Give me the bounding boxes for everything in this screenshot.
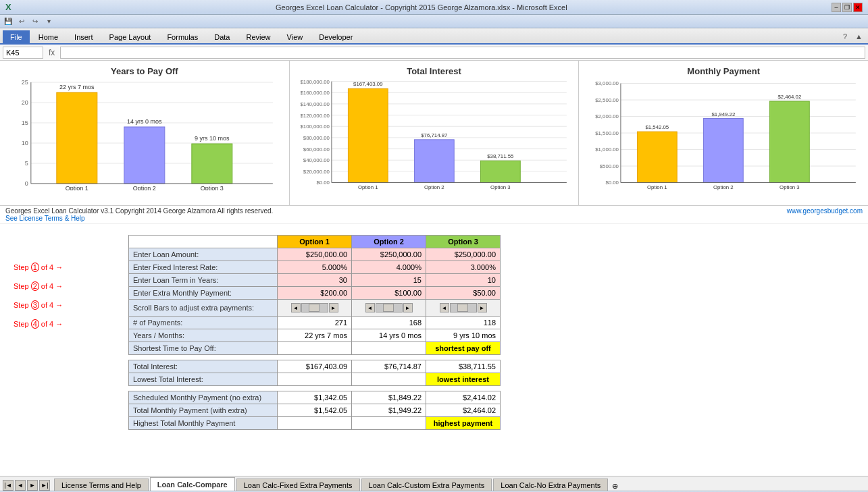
tab-license-terms[interactable]: License Terms and Help [54,479,149,491]
tab-formulas[interactable]: Formulas [159,30,205,43]
svg-rect-71 [704,118,744,182]
tab-data[interactable]: Data [207,30,237,43]
scroll-left-btn-2[interactable]: ◄ [365,303,375,312]
scrollbar-opt1[interactable]: ◄ ► [278,300,352,317]
val-opt2-shortest [352,342,426,355]
input-opt3-loan[interactable]: $250,000.00 [426,248,501,261]
svg-text:5: 5 [25,160,28,167]
sheet-first-btn[interactable]: |◄ [3,480,14,491]
input-opt1-extra[interactable]: $200.00 [278,287,352,300]
copyright-text: Georges Excel Loan Calculator v3.1 Copyr… [5,207,273,215]
input-opt1-loan[interactable]: $250,000.00 [278,248,352,261]
dropdown-qa-btn[interactable]: ▾ [43,16,54,27]
svg-text:$76,714.87: $76,714.87 [421,132,447,138]
chart-total-interest: Total Interest $0.00 $20,000.00 $40,000.… [290,61,580,205]
formula-input[interactable] [60,47,865,59]
svg-text:14 yrs 0 mos: 14 yrs 0 mos [127,118,162,125]
title-buttons[interactable]: – ❐ ✕ [832,3,863,12]
redo-qa-btn[interactable]: ↪ [30,16,41,27]
tab-insert[interactable]: Insert [67,30,101,43]
scrollbar-opt3[interactable]: ◄ ► [426,300,501,317]
svg-text:$1,542.05: $1,542.05 [646,124,669,130]
input-opt3-rate[interactable]: 3.000% [426,261,501,274]
loan-comparison-table: Option 1 Option 2 Option 3 Enter Loan Am… [128,235,501,430]
sheet-next-btn[interactable]: ► [27,480,38,491]
val-opt1-payments: 271 [278,317,352,329]
input-opt1-term[interactable]: 30 [278,274,352,287]
quick-access-toolbar: 💾 ↩ ↪ ▾ [0,15,868,28]
tab-view[interactable]: View [280,30,311,43]
license-link[interactable]: See License Terms & Help [5,215,273,222]
tab-loan-calc-compare[interactable]: Loan Calc-Compare [150,477,235,491]
tab-loan-calc-no-extra[interactable]: Loan Calc-No Extra Payments [493,479,608,491]
tab-review[interactable]: Review [238,30,278,43]
val-opt2-total-pay: $1,949.22 [352,404,426,417]
tab-file[interactable]: File [3,30,30,43]
scroll-track-2[interactable] [376,303,403,312]
sheet-last-btn[interactable]: ►| [39,480,50,491]
val-opt1-total-int: $167,403.09 [278,360,352,373]
tab-home[interactable]: Home [31,30,66,43]
sheet-tabs: |◄ ◄ ► ►| License Terms and Help Loan Ca… [0,476,868,491]
val-opt3-years: 9 yrs 10 mos [426,329,501,342]
cell-reference-input[interactable] [3,47,43,59]
scroll-track-3[interactable] [450,303,477,312]
tab-developer[interactable]: Developer [311,30,360,43]
steps-table-wrapper: Step 1 of 4 → Step 2 of 4 → Step 3 of 4 … [14,235,854,430]
label-loan-term: Enter Loan Term in Years: [129,274,278,287]
save-qa-btn[interactable]: 💾 [3,16,14,27]
scroll-left-btn-3[interactable]: ◄ [440,303,449,312]
val-opt2-sched: $1,849.22 [352,391,426,404]
scroll-right-btn-1[interactable]: ► [329,303,338,312]
svg-text:$1,949.22: $1,949.22 [712,111,736,117]
input-opt3-extra[interactable]: $50.00 [426,287,501,300]
close-btn[interactable]: ✕ [853,3,863,12]
gap-row-2 [129,386,501,391]
step-1-row: Step 1 of 4 → [14,258,115,276]
scrollbar-opt2[interactable]: ◄ ► [352,300,426,317]
col-header-opt1: Option 1 [278,236,352,248]
svg-rect-43 [348,88,388,182]
val-opt1-sched: $1,342.05 [278,391,352,404]
result-scheduled-payment-row: Scheduled Monthly Payment (no extra) $1,… [129,391,501,404]
website-link[interactable]: www.georgesbudget.com [787,207,863,222]
svg-text:$60,000.00: $60,000.00 [303,146,330,153]
ribbon-tabs: File Home Insert Page Layout Formulas Da… [0,28,868,45]
input-opt1-rate[interactable]: 5.000% [278,261,352,274]
scroll-track-1[interactable] [301,303,328,312]
result-total-payment-row: Total Monthly Payment (with extra) $1,54… [129,404,501,417]
help-btn[interactable]: ? [840,32,850,41]
val-opt3-lowest-int: lowest interest [426,373,501,386]
tab-loan-calc-custom[interactable]: Loan Calc-Custom Extra Payments [361,479,492,491]
tab-page-layout[interactable]: Page Layout [102,30,159,43]
ribbon-collapse-btn[interactable]: ▲ [852,32,865,41]
sheet-tab-controls[interactable]: ⊕ [612,482,618,491]
scroll-right-btn-3[interactable]: ► [478,303,487,312]
val-opt3-shortest: shortest pay off [426,342,501,355]
svg-text:Option 3: Option 3 [201,185,224,190]
minimize-btn[interactable]: – [832,3,841,12]
copyright-left: Georges Excel Loan Calculator v3.1 Copyr… [5,207,273,222]
input-row-1: Enter Loan Amount: $250,000.00 $250,000.… [129,248,501,261]
input-opt2-rate[interactable]: 4.000% [352,261,426,274]
result-lowest-interest-row: Lowest Total Interest: lowest interest [129,373,501,386]
svg-text:$1,500.00: $1,500.00 [595,130,619,136]
input-opt3-term[interactable]: 10 [426,274,501,287]
scroll-left-btn-1[interactable]: ◄ [291,303,301,312]
svg-text:$500.00: $500.00 [600,163,619,169]
step-1-label: Step 1 of 4 → [14,263,63,271]
input-opt2-extra[interactable]: $100.00 [352,287,426,300]
result-payments-row: # of Payments: 271 168 118 [129,317,501,329]
sheet-prev-btn[interactable]: ◄ [15,480,26,491]
input-opt2-term[interactable]: 15 [352,274,426,287]
restore-btn[interactable]: ❐ [842,3,852,12]
steps-panel: Step 1 of 4 → Step 2 of 4 → Step 3 of 4 … [14,235,115,430]
svg-text:$0.00: $0.00 [606,180,619,186]
undo-qa-btn[interactable]: ↩ [16,16,27,27]
formula-fx-icon: fx [46,48,57,57]
formula-bar: fx [0,45,868,61]
scroll-right-btn-2[interactable]: ► [403,303,413,312]
input-opt2-loan[interactable]: $250,000.00 [352,248,426,261]
tab-loan-calc-fixed[interactable]: Loan Calc-Fixed Extra Payments [236,479,360,491]
step-4-row: Step 4 of 4 → [14,315,115,333]
